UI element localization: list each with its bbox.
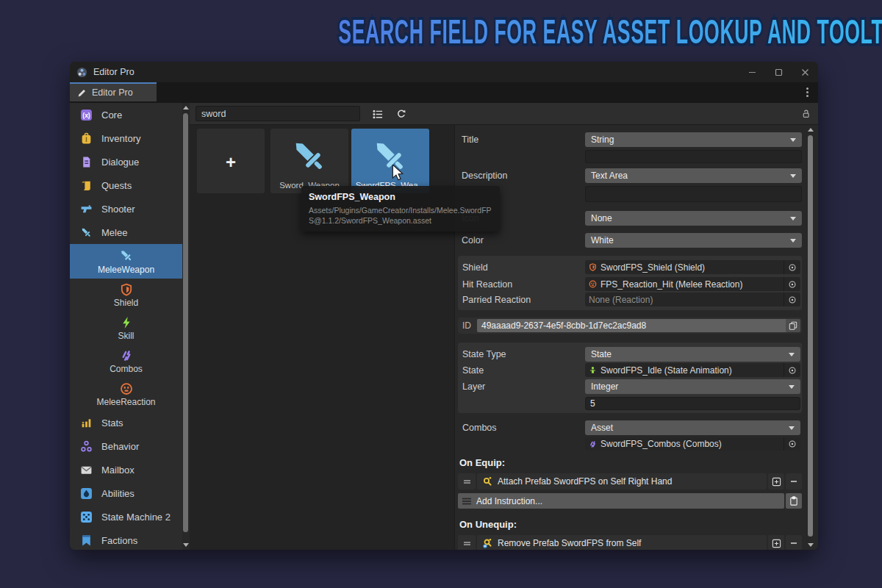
remove-instruction-button[interactable] <box>786 473 802 490</box>
maximize-button[interactable] <box>765 62 792 82</box>
remove-instruction-button[interactable] <box>786 535 802 550</box>
sidebar-item-behavior[interactable]: Behavior <box>70 434 182 458</box>
sword-icon <box>290 137 329 176</box>
sidebar-item-meleeweapon[interactable]: MeleeWeapon <box>70 244 182 279</box>
svg-text:(x): (x) <box>82 111 90 118</box>
icon-type-dropdown[interactable]: None <box>585 211 802 226</box>
object-picker-button[interactable] <box>784 260 800 274</box>
scroll-down-icon[interactable] <box>808 543 814 547</box>
list-view-icon <box>373 110 384 119</box>
sidebar-item-skill[interactable]: Skill <box>70 312 182 345</box>
instruction-row[interactable]: Remove Prefab SwordFPS from Self <box>458 535 802 550</box>
sidebar-item-mailbox[interactable]: Mailbox <box>70 458 182 481</box>
asset-tile-swordfps-weapon[interactable]: SwordFPS_Wea... <box>351 129 429 193</box>
id-value-field[interactable]: 49aaaad9-2637-4e5f-8cbb-1d7ec2ac9ad8 <box>477 319 789 332</box>
field-label: Shield <box>462 262 488 273</box>
state-type-dropdown[interactable]: State <box>585 347 800 362</box>
minimize-icon <box>748 68 756 76</box>
field-label: Hit Reaction <box>462 279 512 290</box>
sidebar-item-dialogue[interactable]: Dialogue <box>70 150 182 173</box>
banner: SEARCH FIELD FOR EASY ASSET LOOKUP AND T… <box>0 10 882 53</box>
object-value: SwordFPS_Shield (Shield) <box>600 262 784 273</box>
add-instruction-button[interactable] <box>768 535 784 550</box>
state-object-field[interactable]: SwordFPS_Idle (State Animation) <box>585 363 800 377</box>
inspector-scrollbar-thumb[interactable] <box>808 135 813 537</box>
sidebar-item-combos[interactable]: Combos <box>70 345 182 378</box>
object-picker-button[interactable] <box>784 437 800 451</box>
shield-object-field[interactable]: SwordFPS_Shield (Shield) <box>585 260 800 274</box>
drag-handle[interactable] <box>458 473 476 490</box>
add-instruction-row[interactable]: Add Instruction... <box>458 493 802 509</box>
drag-handle[interactable] <box>458 535 476 550</box>
sidebar-scrollbar[interactable] <box>182 103 190 550</box>
unlock-icon <box>801 109 811 119</box>
on-unequip-header: On Unequip: <box>459 519 517 530</box>
object-picker-button[interactable] <box>784 293 800 306</box>
combos-object-field[interactable]: SwordFPS_Combos (Combos) <box>585 437 800 451</box>
combos-slashes-icon <box>589 440 597 448</box>
sidebar-item-melee[interactable]: Melee <box>70 220 182 244</box>
chevron-down-icon <box>789 353 795 356</box>
tab-bar: Editor Pro <box>70 82 818 103</box>
combos-type-dropdown[interactable]: Asset <box>585 420 800 435</box>
sidebar-scrollbar-thumb[interactable] <box>183 113 188 532</box>
close-button[interactable] <box>792 62 818 82</box>
refresh-icon <box>396 109 406 119</box>
sidebar-item-label: Behavior <box>101 441 139 452</box>
state-machine-icon <box>80 511 93 523</box>
asset-tile-sword-weapon[interactable]: Sword_Weapon <box>270 129 348 193</box>
list-view-button[interactable] <box>368 105 387 123</box>
hit-reaction-object-field[interactable]: FPS_Reaction_Hit (Melee Reaction) <box>585 277 800 291</box>
parried-reaction-object-field[interactable]: None (Reaction) <box>585 293 800 306</box>
field-label: State Type <box>462 349 506 359</box>
backpack-icon <box>80 132 93 145</box>
paste-instruction-button[interactable] <box>786 493 802 509</box>
sidebar-item-stats[interactable]: Stats <box>70 411 182 434</box>
sidebar-item-core[interactable]: (x) Core <box>70 103 182 126</box>
color-dropdown[interactable]: White <box>585 233 802 248</box>
add-instruction-button[interactable] <box>768 473 784 490</box>
object-value: SwordFPS_Idle (State Animation) <box>600 365 784 376</box>
search-input[interactable] <box>196 106 360 121</box>
add-asset-tile[interactable]: + <box>197 129 265 193</box>
id-label: ID <box>462 320 471 331</box>
sidebar-item-meleereaction[interactable]: MeleeReaction <box>70 378 182 411</box>
asset-tooltip: SwordFPS_Weapon Assets/Plugins/GameCreat… <box>301 186 500 232</box>
description-type-dropdown[interactable]: Text Area <box>585 168 802 183</box>
object-value: None (Reaction) <box>589 295 784 305</box>
tab-menu-button[interactable] <box>803 87 811 99</box>
scroll-up-icon[interactable] <box>808 128 814 132</box>
sidebar-item-statemachine2[interactable]: State Machine 2 <box>70 505 182 528</box>
quest-scroll-icon <box>80 179 93 192</box>
object-picker-button[interactable] <box>784 363 800 377</box>
lock-button[interactable] <box>796 105 815 123</box>
tab-editor-pro[interactable]: Editor Pro <box>70 82 157 101</box>
field-label: Color <box>462 235 484 245</box>
attach-prefab-icon <box>482 476 492 487</box>
scroll-down-icon[interactable] <box>183 543 189 547</box>
sidebar-item-quests[interactable]: Quests <box>70 173 182 197</box>
tooltip-path: Assets/Plugins/GameCreator/Installs/Mele… <box>309 205 492 226</box>
picker-icon <box>788 280 797 289</box>
sidebar-item-shield[interactable]: Shield <box>70 279 182 312</box>
sidebar-item-shooter[interactable]: Shooter <box>70 197 182 220</box>
instruction-row[interactable]: Attach Prefab SwordFPS on Self Right Han… <box>458 473 802 490</box>
title-value-field[interactable] <box>585 150 802 163</box>
add-instruction-field[interactable]: Add Instruction... <box>458 493 784 509</box>
refresh-button[interactable] <box>392 105 411 123</box>
minimize-button[interactable] <box>739 62 765 82</box>
sidebar-item-inventory[interactable]: Inventory <box>70 126 182 150</box>
chevron-down-icon <box>789 426 795 430</box>
copy-id-button[interactable] <box>786 319 800 332</box>
object-picker-button[interactable] <box>784 277 800 291</box>
description-value-field[interactable] <box>585 186 802 202</box>
sidebar-item-factions[interactable]: Factions <box>70 528 182 550</box>
scroll-up-icon[interactable] <box>183 106 189 110</box>
layer-type-dropdown[interactable]: Integer <box>585 379 800 394</box>
title-type-dropdown[interactable]: String <box>585 132 802 147</box>
combos-slashes-icon <box>120 349 133 362</box>
inspector-scrollbar[interactable] <box>807 126 814 548</box>
chevron-down-icon <box>790 217 796 220</box>
sidebar-item-abilities[interactable]: Abilities <box>70 481 182 505</box>
layer-value-field[interactable]: 5 <box>585 397 800 410</box>
